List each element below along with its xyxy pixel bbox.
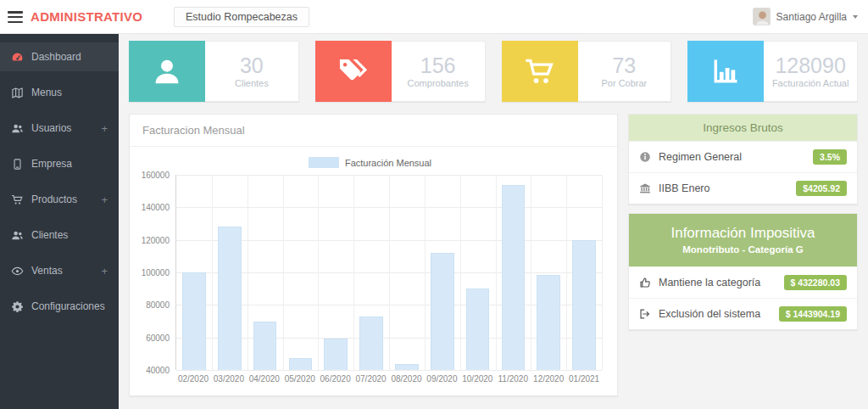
panel-row: Exclusión del sistema$ 1443904.19 [629,298,857,329]
bar-08-2020 [395,364,419,370]
stat-label: Comprobantes [408,78,469,88]
panel-row-label: Regimen General [659,151,742,163]
bar-slot [425,175,460,370]
expand-plus-icon: + [101,193,108,206]
sidebar-item-empresa[interactable]: Empresa [0,149,119,178]
thumbs-up-icon [639,277,651,289]
stat-value: 73 [612,54,636,78]
bar-10-2020 [466,289,490,370]
expand-plus-icon: + [101,265,108,277]
informacion-impositiva-header: Información Impositiva Monotributo - Cat… [629,214,857,266]
chart-x-axis: 02/202003/202004/202005/202006/202007/20… [175,374,602,384]
products-icon [11,193,24,206]
y-tick-label: 120000 [142,235,170,244]
y-tick-label: 140000 [142,203,170,212]
gridline [176,370,602,371]
stat-label: Por Cobrar [601,78,647,88]
user-name: Santiago Argilla [776,11,847,23]
bar-slot [353,175,389,370]
panel-row-label: Mantiene la categoría [659,277,760,289]
stat-body: 156Comprobantes [392,41,486,102]
sign-out-icon [639,308,651,320]
stat-value: 30 [240,54,264,78]
value-badge: $ 1443904.19 [779,306,847,322]
bar-06-2020 [324,339,348,370]
clients-icon [11,229,24,242]
chart-legend: Facturación Mensual [138,157,602,168]
informacion-impositiva-subtitle: Monotributo - Categoría G [637,244,849,255]
panel-row-label: Exclusión del sistema [659,308,760,320]
sidebar-item-usuarios[interactable]: Usuarios+ [0,114,119,143]
stat-label: Facturación Actual [772,78,849,88]
settings-icon [11,300,24,313]
cart-icon [502,41,578,102]
sidebar-item-label: Ventas [31,265,63,277]
x-tick-label: 08/2020 [389,374,425,384]
sidebar-item-clientes[interactable]: Clientes [0,221,119,249]
y-tick-label: 40000 [146,366,170,375]
sidebar-item-label: Configuraciones [31,300,105,312]
stat-body: 128090Facturación Actual [764,41,858,102]
stat-card-por-cobrar: 73Por Cobrar [502,41,672,102]
bar-slot [212,175,248,370]
panel-row: IIBB Enero$4205.92 [629,172,857,204]
avatar [753,8,771,25]
panel-row: Mantiene la categoría$ 432280.03 [629,266,857,298]
bar-chart-icon [687,41,764,102]
bar-slot [283,175,319,370]
stat-value: 156 [420,54,456,78]
stat-value: 128090 [775,54,845,78]
user-menu[interactable]: Santiago Argilla [753,8,858,25]
panel-row: Regimen General3.5% [629,141,857,172]
sidebar-item-productos[interactable]: Productos+ [0,185,119,214]
sidebar-item-label: Usuarios [31,122,71,134]
top-bar: ADMINISTRATIVO Estudio Rompecabezas Sant… [0,0,868,34]
chevron-down-icon [853,15,858,19]
bar-12-2020 [537,275,560,370]
sidebar-item-label: Empresa [31,158,72,170]
chart-plot [175,175,602,370]
company-selector[interactable]: Estudio Rompecabezas [174,7,309,27]
x-tick-label: 11/2020 [495,374,531,384]
stat-card-comprobantes: 156Comprobantes [315,41,486,102]
x-tick-label: 07/2020 [353,374,389,384]
sidebar-item-dashboard[interactable]: Dashboard [0,42,119,71]
informacion-impositiva-title: Información Impositiva [637,225,849,242]
bar-slot [318,175,353,370]
value-badge: $ 432280.03 [784,275,847,290]
sidebar: DashboardMenusUsuarios+EmpresaProductos+… [0,34,119,409]
bank-icon [639,182,651,194]
stat-card-facturaci-n-actual: 128090Facturación Actual [687,41,858,102]
hamburger-menu-icon[interactable] [8,11,23,23]
sidebar-item-label: Menus [31,87,62,98]
sidebar-item-label: Productos [31,193,77,205]
users-icon [11,122,24,135]
main-content: 30Clientes156Comprobantes73Por Cobrar128… [119,34,868,409]
stat-body: 73Por Cobrar [578,41,672,102]
bar-04-2020 [253,322,277,370]
bar-02-2020 [182,272,206,370]
sidebar-item-ventas[interactable]: Ventas+ [0,256,119,285]
x-tick-label: 12/2020 [531,374,566,384]
menus-icon [11,87,24,99]
stat-card-clientes: 30Clientes [129,41,299,102]
monthly-billing-panel: Facturacion Mensual Facturación Mensual … [129,114,618,396]
company-icon [11,158,24,171]
sidebar-item-label: Dashboard [31,51,81,63]
bar-slot [531,175,566,370]
user-icon [129,41,205,102]
chart-panel-title: Facturacion Mensual [130,115,617,147]
y-tick-label: 60000 [146,333,170,342]
panel-row-label: IIBB Enero [659,182,709,194]
stat-body: 30Clientes [205,41,299,102]
sidebar-item-label: Clientes [31,229,68,241]
y-tick-label: 100000 [142,268,170,277]
sidebar-item-menus[interactable]: Menus [0,78,119,107]
value-badge: 3.5% [813,149,847,165]
x-tick-label: 09/2020 [424,374,459,384]
bar-slot [566,175,602,370]
bar-slot [389,175,425,370]
bar-slot [460,175,496,370]
legend-label: Facturación Mensual [345,158,431,168]
sidebar-item-configuraciones[interactable]: Configuraciones [0,292,119,321]
